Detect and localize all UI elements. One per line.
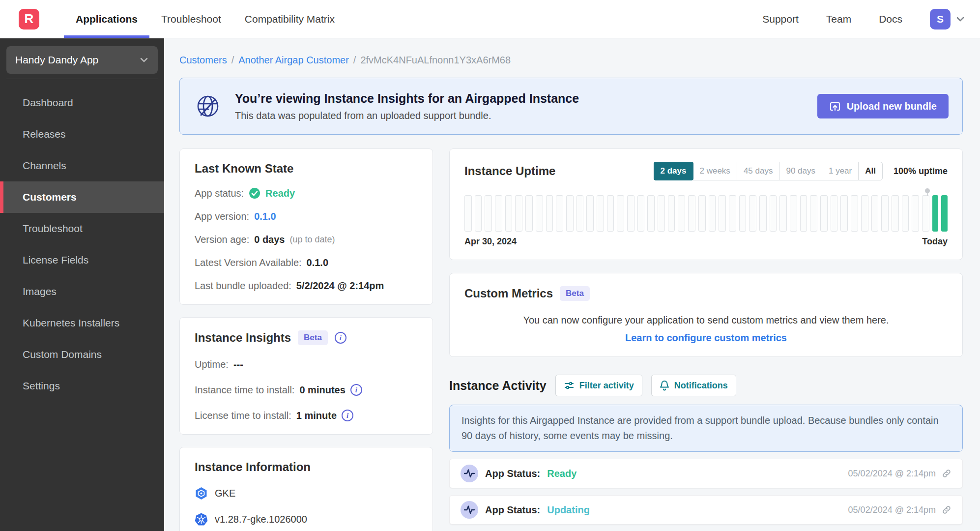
chevron-down-icon[interactable] <box>955 14 965 24</box>
app-version-link[interactable]: 0.1.0 <box>254 211 276 222</box>
card-title: Custom Metrics <box>464 287 553 300</box>
row-label: Latest Version Available: <box>195 257 302 268</box>
uptime-bar <box>861 195 868 232</box>
sidebar-item[interactable]: Settings <box>0 370 164 402</box>
time-range-button[interactable]: 2 weeks <box>693 162 737 180</box>
uptime-bar <box>678 195 685 232</box>
activity-event-row: App Status: Ready 05/02/2024 @ 2:14pm <box>449 459 963 488</box>
app-selector-dropdown[interactable]: Handy Dandy App <box>6 46 158 74</box>
banner-text: You’re viewing Instance Insights for an … <box>235 91 579 121</box>
uptime-bar <box>932 195 939 232</box>
sidebar-item[interactable]: Customers <box>0 181 164 213</box>
uptime-bar <box>464 195 472 232</box>
top-nav-tab[interactable]: Compatibility Matrix <box>233 0 346 38</box>
event-timestamp: 05/02/2024 @ 2:14pm <box>848 505 936 515</box>
row-label: Version age: <box>195 234 249 245</box>
uptime-bar <box>475 195 482 232</box>
right-column: Instance Uptime 2 days2 weeks45 days90 d… <box>449 148 963 525</box>
uptime-summary: 100% uptime <box>894 166 948 177</box>
last-known-state-card: Last Known State App status: Ready App v… <box>179 148 433 305</box>
uptime-bar <box>709 195 716 232</box>
custom-metrics-description: You can now configure your application t… <box>464 315 948 326</box>
top-nav-tab[interactable]: Applications <box>64 0 149 38</box>
row-label: Instance time to install: <box>195 384 294 396</box>
event-meta: 05/02/2024 @ 2:14pm <box>848 505 951 515</box>
event-status-value: Updating <box>547 504 590 516</box>
time-range-button[interactable]: 1 year <box>822 162 859 180</box>
info-icon[interactable]: i <box>350 384 362 396</box>
row-label: App version: <box>195 211 249 222</box>
sidebar: Handy Dandy App DashboardReleasesChannel… <box>0 38 164 531</box>
uptime-bar <box>658 195 665 232</box>
top-nav-tab[interactable]: Troubleshoot <box>149 0 233 38</box>
event-label: App Status: <box>485 504 540 516</box>
event-timestamp: 05/02/2024 @ 2:14pm <box>848 469 936 479</box>
configure-custom-metrics-link[interactable]: Learn to configure custom metrics <box>464 332 948 344</box>
top-nav-right: SupportTeamDocs S <box>762 9 965 30</box>
link-icon[interactable] <box>942 505 951 515</box>
sidebar-item[interactable]: Images <box>0 276 164 307</box>
beta-badge: Beta <box>560 286 590 301</box>
distribution-row: GKE <box>195 487 418 500</box>
sidebar-item[interactable]: Channels <box>0 150 164 181</box>
airgap-globe-icon <box>194 92 222 120</box>
filter-activity-button[interactable]: Filter activity <box>555 375 642 396</box>
top-nav-link[interactable]: Team <box>826 13 851 25</box>
uptime-bar <box>729 195 736 232</box>
sidebar-items: DashboardReleasesChannelsCustomersTroubl… <box>0 87 164 402</box>
uptime-bar <box>485 195 492 232</box>
instance-activity-header: Instance Activity Filter activity Notifi… <box>449 375 963 396</box>
uptime-bar <box>749 195 756 232</box>
uptime-bar <box>515 195 522 232</box>
uptime-bar <box>941 195 948 232</box>
card-title: Instance Information <box>195 460 418 474</box>
user-avatar[interactable]: S <box>930 9 951 30</box>
upload-button-label: Upload new bundle <box>847 101 937 112</box>
sidebar-item[interactable]: Kubernetes Installers <box>0 307 164 339</box>
activity-events: App Status: Ready 05/02/2024 @ 2:14pm Ap… <box>449 459 963 525</box>
app-selector-label: Handy Dandy App <box>15 54 98 66</box>
top-nav-link[interactable]: Docs <box>879 13 902 25</box>
page: R ApplicationsTroubleshootCompatibility … <box>0 0 980 531</box>
time-range-button[interactable]: 2 days <box>654 162 693 180</box>
sidebar-item[interactable]: License Fields <box>0 244 164 276</box>
instance-install-time-row: Instance time to install: 0 minutes i <box>195 384 418 396</box>
uptime-chart: Apr 30, 2024 Today <box>464 195 948 247</box>
uptime-bar <box>607 195 614 232</box>
card-title: Last Known State <box>195 162 418 176</box>
upload-new-bundle-button[interactable]: Upload new bundle <box>817 94 949 118</box>
airgap-banner: You’re viewing Instance Insights for an … <box>179 78 963 135</box>
uptime-bar <box>800 195 807 232</box>
uptime-bar <box>871 195 879 232</box>
uptime-bar <box>912 195 919 232</box>
link-icon[interactable] <box>942 469 951 478</box>
banner-title: You’re viewing Instance Insights for an … <box>235 91 579 106</box>
info-icon[interactable]: i <box>335 332 346 344</box>
app-status-row: App status: Ready <box>195 187 418 199</box>
gke-icon <box>195 487 208 500</box>
sidebar-item[interactable]: Dashboard <box>0 87 164 118</box>
breadcrumb-customer-name[interactable]: Another Airgap Customer <box>238 55 349 66</box>
card-title: Instance Uptime <box>464 164 555 178</box>
replicated-logo-icon[interactable]: R <box>19 9 39 30</box>
top-nav-link[interactable]: Support <box>762 13 799 25</box>
time-range-selector: 2 days2 weeks45 days90 days1 yearAll <box>654 162 883 180</box>
uptime-bar <box>546 195 553 232</box>
filter-activity-label: Filter activity <box>579 381 634 391</box>
app-status-value: Ready <box>265 188 295 199</box>
event-status-value: Ready <box>547 468 576 479</box>
pulse-icon <box>461 501 478 519</box>
time-range-button[interactable]: 45 days <box>737 162 780 180</box>
row-label: Last bundle uploaded: <box>195 280 291 292</box>
sidebar-item[interactable]: Custom Domains <box>0 339 164 370</box>
sidebar-item[interactable]: Releases <box>0 118 164 150</box>
time-range-button[interactable]: 90 days <box>779 162 822 180</box>
uptime-bar <box>556 195 563 232</box>
info-icon[interactable]: i <box>342 410 353 421</box>
breadcrumb-customers[interactable]: Customers <box>179 55 227 66</box>
notifications-button[interactable]: Notifications <box>651 375 736 396</box>
sidebar-item[interactable]: Troubleshoot <box>0 213 164 244</box>
uptime-bar <box>810 195 817 232</box>
uptime-bar <box>719 195 726 232</box>
time-range-button[interactable]: All <box>858 162 883 180</box>
